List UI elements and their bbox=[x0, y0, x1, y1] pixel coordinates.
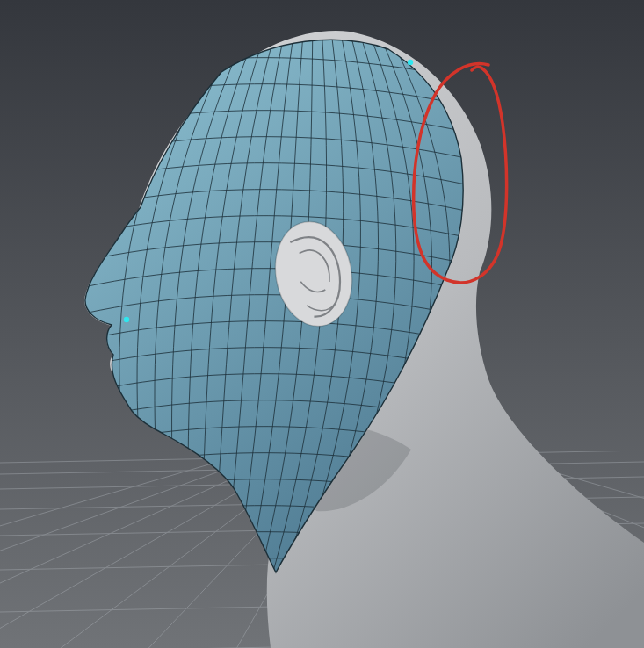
viewport-canvas[interactable] bbox=[0, 0, 644, 648]
selected-vertex[interactable] bbox=[408, 60, 413, 65]
selected-vertex[interactable] bbox=[124, 317, 129, 322]
viewport[interactable] bbox=[0, 0, 644, 648]
